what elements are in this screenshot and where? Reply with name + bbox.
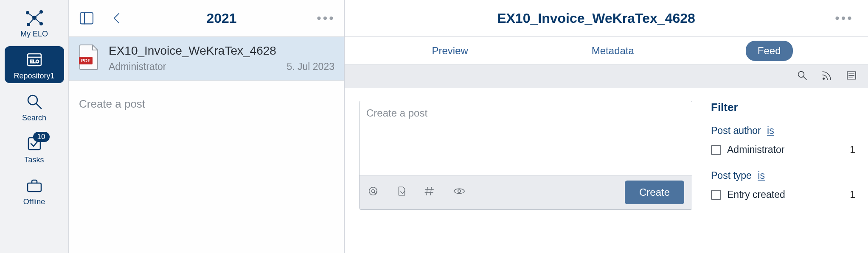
search-icon [796, 69, 809, 82]
svg-point-22 [823, 78, 825, 80]
checkbox[interactable] [711, 145, 721, 155]
filter-item-count: 1 [850, 189, 855, 200]
filter-heading: Filter [711, 101, 855, 114]
sidebar-item-label: Repository1 [14, 72, 54, 81]
sidebar-item-label: Tasks [24, 156, 44, 164]
app-sidebar: My ELO ELO Repository1 Search 10 Tasks O… [0, 0, 69, 253]
detail-more-button[interactable]: ••• [834, 8, 854, 28]
detail-title: EX10_Invoice_WeKraTex_4628 [358, 11, 834, 26]
filter-group-label: Post type [711, 170, 752, 181]
feed-body: Create Filter Post author is Administrat… [345, 88, 868, 253]
filter-panel: Filter Post author is Administrator 1 Po… [707, 88, 868, 253]
filter-item-count: 1 [850, 144, 855, 156]
mention-button[interactable] [367, 185, 379, 200]
list-item[interactable]: PDF EX10_Invoice_WeKraTex_4628 Administr… [69, 37, 344, 81]
svg-text:PDF: PDF [81, 58, 90, 63]
visibility-button[interactable] [453, 185, 466, 200]
svg-point-20 [798, 71, 804, 77]
svg-rect-15 [28, 183, 41, 192]
post-box: Create [359, 101, 692, 210]
pdf-file-icon: PDF [78, 44, 100, 70]
sidebar-layout-icon [78, 10, 95, 27]
attach-button[interactable] [396, 186, 407, 200]
network-icon [24, 8, 45, 28]
feed-compose: Create [345, 88, 707, 253]
svg-line-8 [34, 18, 41, 24]
tab-metadata[interactable]: Metadata [580, 41, 646, 61]
list-item-author: Administrator [109, 61, 166, 72]
panel-icon [845, 69, 858, 82]
filter-group-label: Post author [711, 125, 761, 136]
detail-header: EX10_Invoice_WeKraTex_4628 ••• [345, 0, 868, 37]
hash-icon [424, 185, 436, 197]
sidebar-item-repository[interactable]: ELO Repository1 [5, 46, 64, 83]
filter-item[interactable]: Entry created 1 [711, 187, 855, 202]
file-link-icon [396, 186, 407, 197]
svg-point-33 [458, 189, 461, 192]
sidebar-item-offline[interactable]: Offline [5, 172, 64, 209]
sidebar-item-tasks[interactable]: 10 Tasks [5, 130, 64, 167]
filter-group-type: Post type is Entry created 1 [711, 170, 855, 202]
sidebar-item-label: My ELO [20, 30, 48, 39]
rss-icon [820, 69, 833, 82]
sidebar-item-label: Search [22, 114, 46, 122]
post-actions: Create [360, 175, 692, 209]
svg-line-21 [803, 77, 806, 80]
panel-layout-button[interactable] [76, 8, 97, 28]
list-title: 2021 [138, 11, 306, 26]
tab-preview[interactable]: Preview [420, 41, 480, 61]
svg-line-7 [28, 18, 34, 25]
svg-point-27 [369, 187, 377, 195]
sidebar-item-myelo[interactable]: My ELO [5, 4, 64, 41]
sidebar-item-label: Offline [23, 197, 45, 206]
svg-line-29 [427, 187, 427, 195]
at-icon [367, 185, 379, 197]
svg-line-13 [37, 104, 41, 108]
svg-line-6 [34, 12, 41, 18]
tab-feed[interactable]: Feed [746, 41, 793, 61]
list-create-post[interactable]: Create a post [69, 81, 344, 128]
filter-group-author: Post author is Administrator 1 [711, 125, 855, 157]
list-header: 2021 ••• [69, 0, 344, 37]
list-more-button[interactable]: ••• [316, 8, 336, 28]
filter-operator[interactable]: is [758, 170, 765, 181]
feed-subscribe-button[interactable] [820, 69, 833, 83]
filter-item-label: Administrator [727, 144, 844, 156]
checkbox[interactable] [711, 190, 721, 200]
search-icon [24, 92, 45, 112]
feed-toolbar [345, 64, 868, 88]
svg-point-28 [372, 189, 375, 192]
list-item-date: 5. Jul 2023 [287, 61, 334, 72]
list-item-texts: EX10_Invoice_WeKraTex_4628 Administrator… [109, 44, 334, 72]
svg-text:ELO: ELO [29, 59, 39, 64]
feed-search-button[interactable] [796, 69, 809, 83]
detail-tabs: Preview Metadata Feed [345, 37, 868, 64]
filter-item[interactable]: Administrator 1 [711, 142, 855, 157]
feed-view-button[interactable] [845, 69, 858, 83]
repository-icon: ELO [24, 50, 45, 70]
svg-rect-16 [80, 13, 93, 24]
filter-item-label: Entry created [727, 189, 844, 200]
svg-line-5 [28, 13, 34, 18]
eye-icon [453, 185, 466, 197]
svg-line-30 [430, 187, 431, 195]
svg-point-12 [28, 95, 37, 105]
post-input[interactable] [360, 101, 692, 173]
create-post-button[interactable]: Create [625, 181, 684, 204]
briefcase-icon [24, 175, 45, 196]
filter-operator[interactable]: is [767, 125, 774, 136]
back-button[interactable] [107, 8, 127, 28]
list-item-name: EX10_Invoice_WeKraTex_4628 [109, 44, 334, 58]
list-panel: 2021 ••• PDF EX10_Invoice_WeKraTex_4628 … [69, 0, 345, 253]
chevron-left-icon [110, 11, 124, 25]
detail-panel: EX10_Invoice_WeKraTex_4628 ••• Preview M… [345, 0, 868, 253]
sidebar-item-search[interactable]: Search [5, 88, 64, 125]
tasks-badge: 10 [33, 132, 50, 142]
hashtag-button[interactable] [424, 185, 436, 200]
